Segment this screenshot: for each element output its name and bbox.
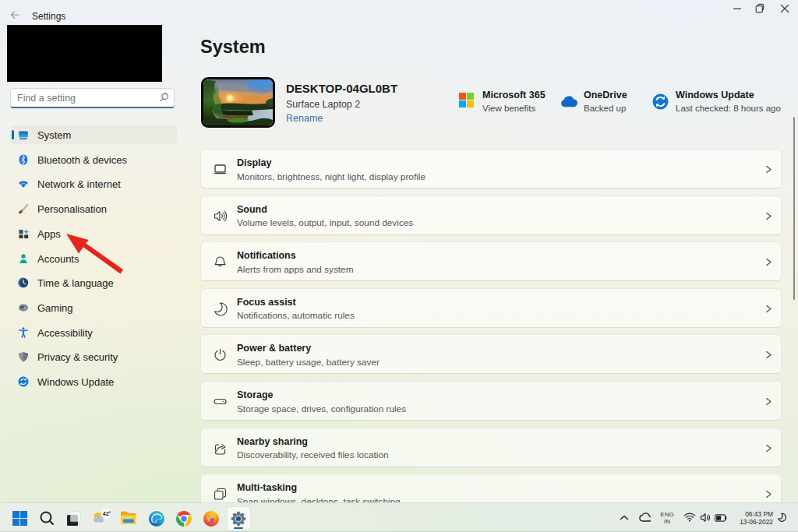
svg-text:42°: 42° — [103, 511, 111, 516]
